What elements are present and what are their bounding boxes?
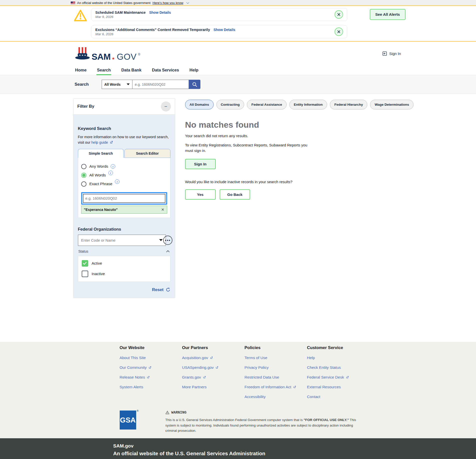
caret-down-icon[interactable]	[159, 239, 163, 241]
footer-link-release-notes[interactable]: Release Notes	[120, 375, 182, 380]
simple-search-panel: Any Words i All Words i Exact Phrase i	[78, 158, 170, 218]
global-search-input[interactable]	[132, 80, 189, 89]
footer-link-restricted-data-use[interactable]: Restricted Data Use	[245, 375, 307, 380]
checkbox-inactive[interactable]	[82, 271, 88, 277]
reset-link[interactable]: Reset	[152, 287, 163, 292]
how-you-know-link[interactable]: Here's how you know	[152, 1, 183, 5]
footer-link-contact[interactable]: Contact	[307, 395, 370, 399]
external-link-icon	[215, 366, 219, 369]
nav-item-data-services[interactable]: Data Services	[151, 65, 179, 75]
footer-link-terms-of-use[interactable]: Terms of Use	[245, 356, 307, 360]
search-scope-select[interactable]: All Words	[102, 80, 132, 89]
alert-date: Mar 6, 2026	[95, 32, 335, 36]
see-all-alerts-button[interactable]: See All Alerts	[370, 9, 406, 20]
domain-pill-federal-assistance[interactable]: Federal Assistance	[247, 100, 287, 109]
alert-date: Mar 9, 2026	[95, 15, 335, 19]
sign-in-label: Sign In	[389, 51, 401, 56]
warning-triangle-icon	[74, 9, 87, 38]
nav-item-home[interactable]: Home	[75, 65, 87, 75]
footer-link-accessibility[interactable]: Accessibility	[245, 395, 307, 399]
footer-link-external-resources[interactable]: External Resources	[307, 385, 370, 389]
tab-search-editor[interactable]: Search Editor	[124, 149, 170, 158]
footer-heading-our-partners: Our Partners	[182, 345, 245, 350]
search-submit-button[interactable]	[189, 80, 200, 89]
radio-any-words[interactable]	[81, 164, 86, 169]
go-back-button[interactable]: Go Back	[220, 189, 250, 200]
nav-item-data-bank[interactable]: Data Bank	[121, 65, 142, 75]
footer-link-system-alerts[interactable]: System Alerts	[120, 385, 182, 389]
close-icon[interactable]	[335, 10, 343, 19]
search-icon	[192, 82, 197, 87]
keyword-search-input[interactable]	[83, 194, 165, 203]
federal-organizations-combobox[interactable]	[78, 235, 166, 246]
footer-link-usaspending-gov[interactable]: USASpending.gov	[182, 365, 245, 370]
info-icon[interactable]: i	[115, 179, 119, 184]
warning-icon	[165, 411, 169, 414]
federal-organizations-heading: Federal Organizations	[78, 227, 170, 232]
alert-card: Scheduled SAM Maintenance Show Details M…	[91, 8, 347, 21]
domain-pill-federal-hierarchy[interactable]: Federal Hierarchy	[330, 100, 367, 109]
sign-in-button[interactable]: Sign In	[185, 159, 216, 169]
domain-pill-wage-determinations[interactable]: Wage Determinations	[370, 100, 414, 109]
footer-link-foia[interactable]: Freedom of Information Act	[245, 385, 307, 389]
search-label: Search	[75, 82, 102, 87]
status-section-label: Status	[78, 249, 88, 253]
yes-button[interactable]: Yes	[185, 189, 216, 200]
info-icon[interactable]: i	[108, 171, 113, 175]
reset-icon[interactable]	[166, 287, 170, 292]
checkbox-inactive-label: Inactive	[92, 272, 105, 276]
no-results-message: Your search did not return any results.	[185, 134, 395, 138]
minus-icon[interactable]: −	[161, 101, 171, 111]
keyword-input-focus-ring	[81, 192, 167, 205]
radio-exact-phrase[interactable]	[81, 181, 86, 187]
domain-pill-contracting[interactable]: Contracting	[216, 100, 244, 109]
close-icon[interactable]: ✕	[161, 207, 164, 212]
filter-panel: Filter By − Keyword Search For more info…	[73, 98, 175, 298]
federal-organizations-input[interactable]	[81, 238, 159, 242]
gov-banner: An official website of the United States…	[0, 0, 476, 6]
radio-exact-phrase-label: Exact Phrase	[89, 182, 112, 186]
footer-link-help[interactable]: Help	[307, 356, 370, 360]
alert-title: Scheduled SAM Maintenance	[95, 10, 146, 14]
show-details-link[interactable]: Show Details	[149, 10, 171, 14]
nav-item-search[interactable]: Search	[96, 65, 111, 75]
domain-pill-entity-information[interactable]: Entity Information	[289, 100, 327, 109]
tab-simple-search[interactable]: Simple Search	[78, 149, 124, 158]
primary-nav: Home Search Data Bank Data Services Help	[0, 65, 476, 75]
show-details-link[interactable]: Show Details	[213, 28, 235, 32]
chevron-up-icon[interactable]	[166, 250, 170, 253]
footer-link-our-community[interactable]: Our Community	[120, 365, 182, 370]
sam-gov-logo[interactable]: ★ ★ ★ SAM ★ GOV ®	[75, 47, 140, 61]
footer-link-more-partners[interactable]: More Partners	[182, 385, 245, 389]
caret-down-icon	[127, 83, 130, 85]
external-link-icon	[346, 376, 349, 379]
radio-all-words[interactable]	[81, 173, 86, 178]
footer-heading-customer-service: Customer Service	[307, 345, 370, 350]
search-scope-value: All Words	[104, 82, 121, 86]
footer-link-check-entity-status[interactable]: Check Entity Status	[307, 365, 370, 370]
info-icon[interactable]: i	[111, 164, 115, 169]
gov-banner-text: An official website of the United States…	[77, 1, 151, 5]
footer-link-about-this-site[interactable]: About This Site	[120, 356, 182, 360]
chevron-down-icon[interactable]	[186, 1, 189, 4]
sign-in-link[interactable]: Sign In	[382, 51, 401, 56]
main-content: Filter By − Keyword Search For more info…	[0, 94, 476, 342]
alert-title: Exclusions “Additional Comments” Content…	[95, 28, 210, 32]
sign-in-icon	[382, 51, 387, 56]
sign-in-required-message: To view Entity Registrations, Subcontrac…	[185, 142, 311, 153]
nav-item-help[interactable]: Help	[189, 65, 199, 75]
no-matches-heading: No matches found	[185, 120, 395, 130]
uncle-sam-hat-icon: ★ ★ ★	[75, 47, 90, 61]
close-icon[interactable]	[335, 27, 343, 36]
footer-link-privacy-policy[interactable]: Privacy Policy	[245, 365, 307, 370]
footer-link-acquisition-gov[interactable]: Acquisition.gov	[182, 356, 245, 360]
help-guide-link[interactable]: help guide	[91, 140, 108, 144]
us-flag-icon	[71, 1, 75, 4]
domain-pill-all-domains[interactable]: All Domains	[185, 100, 214, 109]
logo-sam-text: SAM	[92, 53, 111, 61]
footer-link-grants-gov[interactable]: Grants.gov	[182, 375, 245, 380]
checkbox-active[interactable]	[82, 260, 88, 267]
footer-link-federal-service-desk[interactable]: Federal Service Desk	[307, 375, 370, 380]
status-checkbox-group: Active Inactive	[78, 256, 170, 282]
ellipsis-icon[interactable]: ●●●	[163, 236, 172, 245]
